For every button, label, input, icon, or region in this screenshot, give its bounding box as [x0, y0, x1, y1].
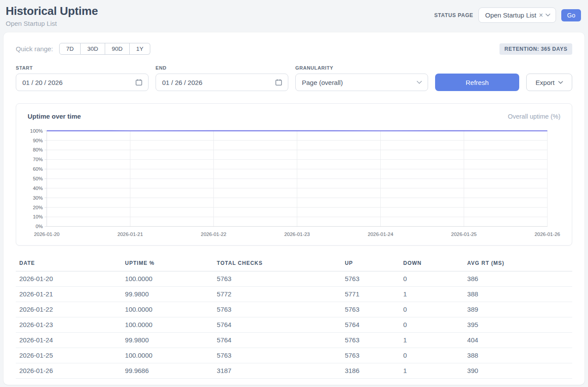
table-cell: 5771	[341, 287, 400, 302]
table-cell: 5763	[341, 271, 400, 287]
quick-range-7d-button[interactable]: 7D	[59, 43, 81, 55]
export-button-label: Export	[535, 79, 554, 86]
table-cell: 0	[400, 271, 464, 287]
start-date-field: START 01 / 20 / 2026	[16, 65, 149, 91]
table-cell: 404	[464, 333, 572, 348]
table-cell: 3187	[213, 363, 341, 379]
table-cell: 5763	[213, 271, 341, 287]
export-button[interactable]: Export	[526, 74, 572, 91]
table-cell: 0	[400, 302, 464, 317]
table-cell: 2026-01-20	[16, 271, 121, 287]
page-header-left: Historical Uptime Open Startup List	[6, 4, 98, 27]
quick-range-1y-button[interactable]: 1Y	[130, 43, 151, 55]
svg-text:30%: 30%	[33, 195, 43, 201]
table-cell: 100.0000	[121, 317, 213, 333]
chart-title: Uptime over time	[28, 113, 81, 120]
quick-range-30d-button[interactable]: 30D	[81, 43, 105, 55]
chart-header: Uptime over time Overall uptime (%)	[27, 113, 561, 120]
go-button[interactable]: Go	[561, 9, 581, 21]
controls-row: START 01 / 20 / 2026 END 01 / 26 / 2026 …	[16, 65, 572, 91]
quick-range-row: Quick range: 7D 30D 90D 1Y RETENTION: 36…	[16, 43, 572, 55]
table-cell: 5764	[341, 317, 400, 333]
end-date-value: 01 / 26 / 2026	[162, 79, 202, 86]
table-cell: 5764	[213, 333, 341, 348]
column-header-up: UP	[341, 256, 400, 271]
end-date-input[interactable]: 01 / 26 / 2026	[156, 74, 288, 91]
chart-card: Uptime over time Overall uptime (%) 0%10…	[16, 103, 572, 246]
granularity-field: GRANULARITY Page (overall)	[295, 65, 428, 91]
svg-text:70%: 70%	[33, 157, 43, 162]
refresh-button[interactable]: Refresh	[435, 74, 519, 91]
status-page-select-value: Open Startup List	[485, 11, 536, 19]
table-cell: 5763	[341, 333, 400, 348]
table-header-row: DATE UPTIME % TOTAL CHECKS UP DOWN AVG R…	[16, 256, 572, 271]
table-cell: 5763	[213, 348, 341, 363]
svg-text:100%: 100%	[30, 128, 43, 134]
table-cell: 100.0000	[121, 348, 213, 363]
granularity-value: Page (overall)	[302, 79, 343, 86]
uptime-chart: 0%10%20%30%40%50%60%70%80%90%100%2026-01…	[27, 126, 561, 240]
table-row: 2026-01-23100.0000576457640395	[16, 317, 572, 333]
page-header: Historical Uptime Open Startup List STAT…	[0, 0, 588, 32]
table-cell: 99.9800	[121, 333, 213, 348]
table-cell: 100.0000	[121, 271, 213, 287]
svg-text:80%: 80%	[33, 147, 43, 152]
end-date-field: END 01 / 26 / 2026	[156, 65, 288, 91]
status-page-label: STATUS PAGE	[434, 12, 473, 18]
table-row: 2026-01-25100.0000576357630388	[16, 348, 572, 363]
table-cell: 390	[464, 363, 572, 379]
table-cell: 99.9800	[121, 287, 213, 302]
svg-text:2026-01-24: 2026-01-24	[368, 232, 393, 237]
svg-text:2026-01-23: 2026-01-23	[284, 232, 310, 237]
calendar-icon[interactable]	[135, 79, 142, 86]
table-cell: 388	[464, 287, 572, 302]
clear-icon[interactable]: ×	[539, 12, 543, 19]
table-cell: 1	[400, 363, 464, 379]
table-cell: 386	[464, 271, 572, 287]
start-label: START	[16, 65, 149, 70]
table-cell: 3186	[341, 363, 400, 379]
svg-text:90%: 90%	[33, 138, 43, 143]
table-cell: 395	[464, 317, 572, 333]
uptime-table: DATE UPTIME % TOTAL CHECKS UP DOWN AVG R…	[16, 256, 572, 379]
table-cell: 389	[464, 302, 572, 317]
page-header-right: STATUS PAGE Open Startup List × Go	[434, 7, 581, 23]
svg-text:20%: 20%	[33, 205, 43, 210]
table-cell: 2026-01-25	[16, 348, 121, 363]
table-row: 2026-01-22100.0000576357630389	[16, 302, 572, 317]
column-header-uptime: UPTIME %	[121, 256, 213, 271]
table-cell: 1	[400, 333, 464, 348]
page-title: Historical Uptime	[6, 4, 98, 18]
quick-range-buttons: 7D 30D 90D 1Y	[59, 43, 150, 55]
table-cell: 5763	[341, 348, 400, 363]
granularity-label: GRANULARITY	[295, 65, 428, 70]
calendar-icon[interactable]	[275, 79, 282, 86]
chevron-down-icon	[545, 14, 550, 17]
table-cell: 99.9686	[121, 363, 213, 379]
table-cell: 5772	[213, 287, 341, 302]
page-subtitle: Open Startup List	[6, 20, 98, 27]
column-header-total-checks: TOTAL CHECKS	[213, 256, 341, 271]
table-row: 2026-01-2499.9800576457631404	[16, 333, 572, 348]
table-row: 2026-01-2199.9800577257711388	[16, 287, 572, 302]
svg-text:40%: 40%	[33, 186, 43, 191]
granularity-select[interactable]: Page (overall)	[295, 74, 428, 91]
quick-range-90d-button[interactable]: 90D	[105, 43, 130, 55]
quick-range-group: Quick range: 7D 30D 90D 1Y	[16, 43, 150, 55]
svg-text:2026-01-21: 2026-01-21	[117, 232, 143, 237]
svg-text:60%: 60%	[33, 166, 43, 172]
end-label: END	[156, 65, 288, 70]
column-header-avg-rt: AVG RT (MS)	[464, 256, 572, 271]
table-cell: 5764	[213, 317, 341, 333]
column-header-down: DOWN	[400, 256, 464, 271]
table-cell: 5763	[213, 302, 341, 317]
start-date-input[interactable]: 01 / 20 / 2026	[16, 74, 149, 91]
svg-text:2026-01-20: 2026-01-20	[34, 232, 60, 237]
chart-legend: Overall uptime (%)	[508, 113, 560, 120]
table-cell: 2026-01-22	[16, 302, 121, 317]
status-page-select[interactable]: Open Startup List ×	[478, 7, 556, 23]
table-cell: 2026-01-24	[16, 333, 121, 348]
main-panel: Quick range: 7D 30D 90D 1Y RETENTION: 36…	[4, 32, 584, 385]
svg-text:0%: 0%	[35, 224, 43, 229]
uptime-table-body: 2026-01-20100.00005763576303862026-01-21…	[16, 271, 572, 379]
